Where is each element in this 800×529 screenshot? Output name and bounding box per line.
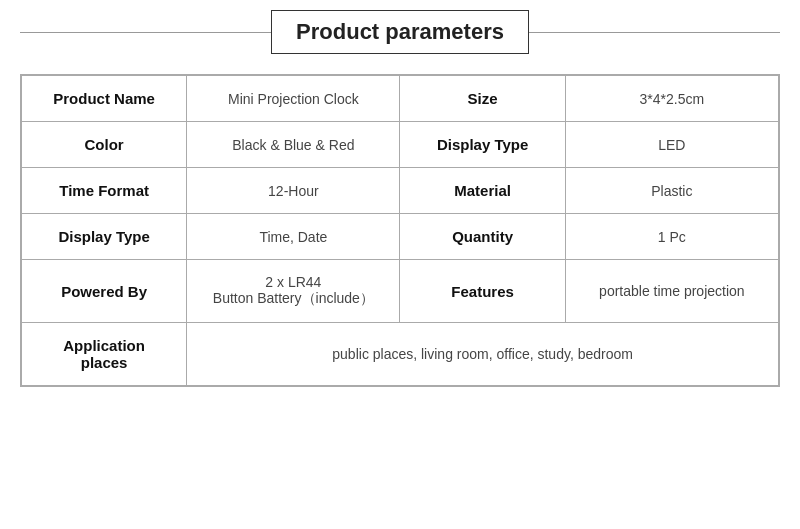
label-quantity: Quantity: [400, 214, 565, 260]
value-time-format: 12-Hour: [187, 168, 400, 214]
label-powered-by: Powered By: [22, 260, 187, 323]
header-title-box: Product parameters: [271, 10, 529, 54]
label-material: Material: [400, 168, 565, 214]
header-section: Product parameters: [20, 10, 780, 54]
table-row: Color Black & Blue & Red Display Type LE…: [22, 122, 779, 168]
value-size: 3*4*2.5cm: [565, 76, 778, 122]
value-powered-by: 2 x LR44 Button Battery（include）: [187, 260, 400, 323]
table-row: Powered By 2 x LR44 Button Battery（inclu…: [22, 260, 779, 323]
table-row: Time Format 12-Hour Material Plastic: [22, 168, 779, 214]
value-color: Black & Blue & Red: [187, 122, 400, 168]
value-application-places: public places, living room, office, stud…: [187, 323, 779, 386]
table-row: Product Name Mini Projection Clock Size …: [22, 76, 779, 122]
label-features: Features: [400, 260, 565, 323]
table-row: Application places public places, living…: [22, 323, 779, 386]
value-product-name: Mini Projection Clock: [187, 76, 400, 122]
product-parameters-table: Product Name Mini Projection Clock Size …: [21, 75, 779, 386]
value-features: portable time projection: [565, 260, 778, 323]
label-size: Size: [400, 76, 565, 122]
value-display-type: LED: [565, 122, 778, 168]
label-color: Color: [22, 122, 187, 168]
value-material: Plastic: [565, 168, 778, 214]
header-line-left: [20, 32, 271, 33]
label-application-places: Application places: [22, 323, 187, 386]
header-line-right: [529, 32, 780, 33]
page-title: Product parameters: [296, 19, 504, 44]
product-table-wrapper: Product Name Mini Projection Clock Size …: [20, 74, 780, 387]
label-time-format: Time Format: [22, 168, 187, 214]
value-display-type-2: Time, Date: [187, 214, 400, 260]
label-product-name: Product Name: [22, 76, 187, 122]
label-display-type-2: Display Type: [22, 214, 187, 260]
label-display-type: Display Type: [400, 122, 565, 168]
table-row: Display Type Time, Date Quantity 1 Pc: [22, 214, 779, 260]
value-quantity: 1 Pc: [565, 214, 778, 260]
